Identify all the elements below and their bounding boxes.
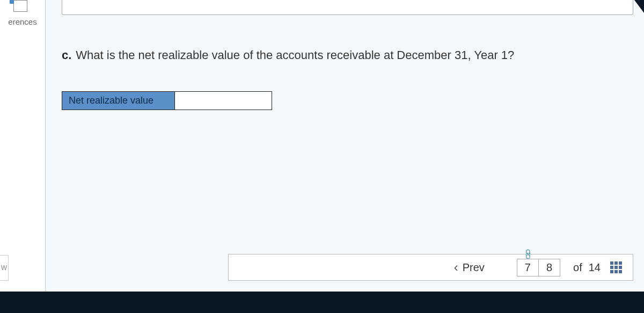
of-label: of [573, 261, 582, 274]
top-answer-box[interactable] [62, 0, 633, 15]
page-indicator: 7 🔗 8 [517, 259, 560, 276]
chevron-left-icon: ‹ [454, 260, 458, 275]
page-current[interactable]: 7 🔗 [517, 259, 539, 276]
link-icon: 🔗 [522, 248, 534, 260]
answer-input-cell [175, 92, 272, 110]
prev-button[interactable]: ‹ Prev [454, 260, 485, 275]
page-next[interactable]: 8 [539, 259, 560, 276]
navigation-bar: ‹ Prev 7 🔗 8 of 14 [228, 254, 633, 281]
answer-label-cell: Net realizable value [62, 92, 175, 110]
total-pages: 14 [589, 261, 601, 274]
grid-view-icon[interactable] [610, 261, 622, 273]
main-content: c. What is the net realizable value of t… [46, 0, 644, 313]
net-realizable-value-input[interactable] [175, 92, 272, 110]
prev-label: Prev [463, 261, 485, 274]
bottom-bezel [0, 292, 644, 313]
w-tab[interactable]: W [0, 255, 9, 281]
question-letter: c. [62, 48, 71, 62]
references-label[interactable]: erences [0, 17, 45, 26]
question-text: What is the net realizable value of the … [76, 48, 514, 62]
question-row: c. What is the net realizable value of t… [62, 48, 623, 62]
answer-table: Net realizable value [62, 91, 272, 110]
references-icon[interactable] [13, 0, 27, 12]
